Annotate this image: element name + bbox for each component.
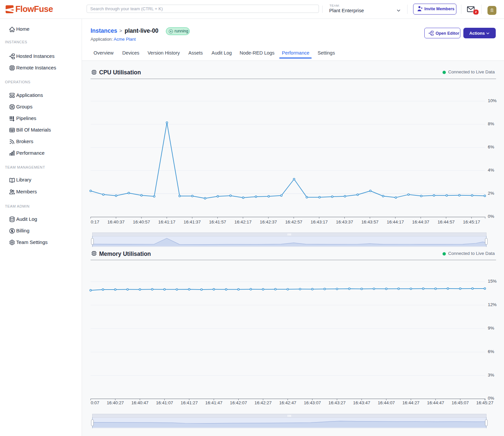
svg-text:10%: 10%: [488, 98, 497, 103]
svg-text:16:41:07: 16:41:07: [156, 400, 173, 405]
svg-text:16:41:27: 16:41:27: [181, 400, 198, 405]
svg-text:0%: 0%: [488, 396, 494, 401]
svg-text:3%: 3%: [488, 373, 494, 377]
svg-text:16:42:07: 16:42:07: [230, 400, 247, 405]
svg-text:16:40:47: 16:40:47: [131, 400, 148, 405]
svg-text:16:42:27: 16:42:27: [254, 400, 272, 405]
svg-text:2%: 2%: [488, 191, 494, 196]
svg-text:15%: 15%: [488, 279, 497, 284]
svg-text:0%: 0%: [488, 214, 494, 219]
svg-text:16:44:37: 16:44:37: [412, 219, 429, 224]
svg-text:16:42:57: 16:42:57: [285, 219, 302, 224]
svg-text:16:45:27: 16:45:27: [476, 400, 493, 405]
svg-text:12%: 12%: [488, 302, 497, 307]
svg-text:16:40:37: 16:40:37: [107, 219, 125, 224]
svg-text:16:41:57: 16:41:57: [209, 219, 226, 224]
svg-text:16:42:37: 16:42:37: [260, 219, 277, 224]
svg-text:16:44:47: 16:44:47: [427, 400, 444, 405]
svg-text:8%: 8%: [488, 121, 494, 126]
svg-text:9%: 9%: [488, 326, 494, 331]
svg-text:6%: 6%: [488, 349, 494, 354]
svg-text:16:43:07: 16:43:07: [304, 400, 321, 405]
svg-text:16:40:27: 16:40:27: [107, 400, 124, 405]
svg-text:0:07: 0:07: [91, 400, 99, 405]
svg-text:16:41:37: 16:41:37: [184, 219, 201, 224]
svg-text:16:42:17: 16:42:17: [234, 219, 252, 224]
svg-text:16:43:27: 16:43:27: [329, 400, 346, 405]
svg-text:4%: 4%: [488, 168, 494, 173]
svg-text:16:40:57: 16:40:57: [133, 219, 150, 224]
svg-text:16:44:17: 16:44:17: [387, 219, 404, 224]
svg-text:6%: 6%: [488, 144, 494, 149]
svg-text:16:44:27: 16:44:27: [402, 400, 419, 405]
svg-text:16:44:57: 16:44:57: [438, 219, 455, 224]
svg-text:16:43:57: 16:43:57: [361, 219, 378, 224]
svg-text:16:43:47: 16:43:47: [353, 400, 370, 405]
svg-text:16:44:07: 16:44:07: [378, 400, 395, 405]
svg-text:16:43:17: 16:43:17: [311, 219, 328, 224]
svg-text:16:43:37: 16:43:37: [336, 219, 353, 224]
svg-text:16:41:17: 16:41:17: [158, 219, 175, 224]
svg-text:16:41:47: 16:41:47: [205, 400, 222, 405]
svg-text:16:45:17: 16:45:17: [463, 219, 480, 224]
svg-text:16:45:07: 16:45:07: [452, 400, 469, 405]
svg-text:0:17: 0:17: [91, 219, 99, 224]
svg-text:16:42:47: 16:42:47: [279, 400, 296, 405]
